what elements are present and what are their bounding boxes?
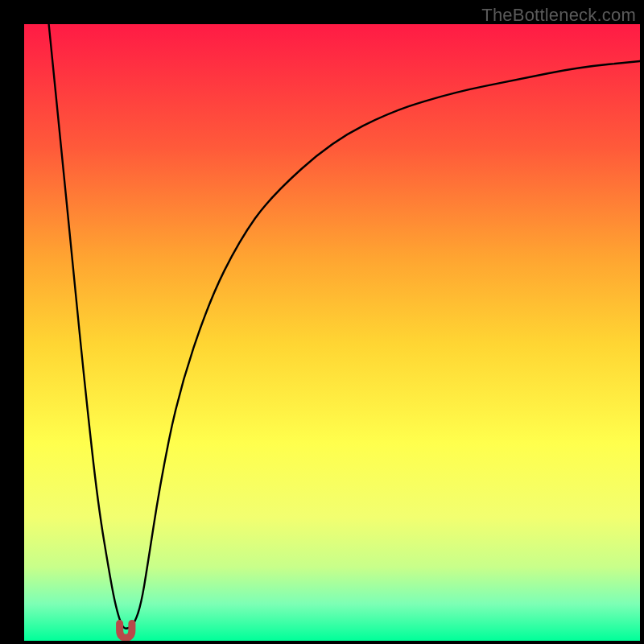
watermark-text: TheBottleneck.com: [481, 5, 636, 26]
plot-area: [24, 24, 640, 641]
chart-svg: [0, 0, 644, 644]
chart-canvas: TheBottleneck.com: [0, 0, 644, 644]
